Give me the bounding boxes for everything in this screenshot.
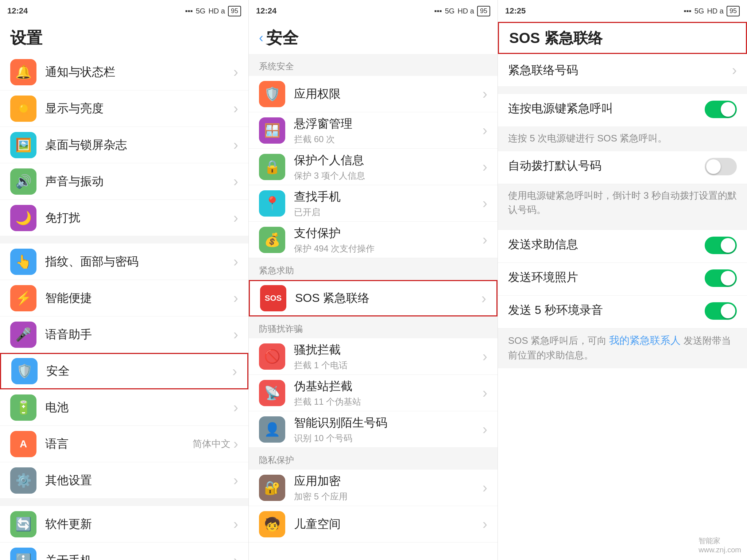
right-item-emergency-number[interactable]: 紧急联络号码 [498,54,747,87]
settings-item-other[interactable]: ⚙️ 其他设置 [0,462,248,499]
auto-dial-knob [706,159,721,174]
emergency-contact-link[interactable]: 我的紧急联系人 [609,335,681,346]
settings-item-biometric[interactable]: 👆 指纹、面部与密码 [0,244,248,280]
auto-dial-toggle[interactable] [705,158,737,175]
power-key-label: 连按电源键紧急呼叫 [508,101,705,117]
hd-right: HD a [707,7,724,15]
auto-dial-label: 自动拨打默认号码 [508,158,705,174]
protect-info-label: 保护个人信息 [294,152,483,168]
smart-label: 智能便捷 [45,290,233,306]
sos-contact-chevron [481,290,486,307]
power-key-knob [721,102,735,117]
mid-item-float-window[interactable]: 🪟 悬浮窗管理 拦截 60 次 [249,112,498,149]
mid-item-harass-block[interactable]: 🚫 骚扰拦截 拦截 1 个电话 [249,338,498,375]
right-item-send-help[interactable]: 发送求助信息 [498,230,747,263]
voice-icon: 🎤 [10,322,36,348]
base-station-icon: 📡 [259,380,285,406]
time-mid: 12:24 [256,6,276,16]
section-system-security: 系统安全 [249,54,498,76]
settings-item-language[interactable]: A 语言 简体中文 [0,426,248,462]
mid-item-app-encrypt[interactable]: 🔐 应用加密 加密 5 个应用 [249,470,498,506]
kids-space-content: 儿童空间 [294,516,483,532]
identify-num-icon: 👤 [259,416,285,443]
mid-item-sos-contact[interactable]: SOS SOS 紧急联络 [249,280,498,316]
right-item-send-audio[interactable]: 发送 5 秒环境录音 [498,296,747,328]
settings-item-smart[interactable]: ⚡ 智能便捷 [0,280,248,316]
settings-item-update[interactable]: 🔄 软件更新 [0,506,248,542]
language-label: 语言 [45,436,193,452]
settings-item-display[interactable]: ☀️ 显示与亮度 [0,90,248,127]
send-audio-content: 发送 5 秒环境录音 [508,302,705,318]
settings-item-sound[interactable]: 🔊 声音与振动 [0,163,248,200]
battery-content: 电池 [45,400,233,416]
identify-num-subtitle: 识别 10 个号码 [294,432,483,444]
base-station-content: 伪基站拦截 拦截 11 个伪基站 [294,378,483,408]
settings-item-dnd[interactable]: 🌙 免打扰 [0,200,248,236]
mid-item-find-phone[interactable]: 📍 查找手机 已开启 [249,185,498,222]
float-window-subtitle: 拦截 60 次 [294,133,483,145]
send-help-toggle[interactable] [705,237,737,254]
protect-info-chevron [483,159,487,175]
status-bar-mid: 12:24 ▪▪▪ 5G HD a 95 [249,0,498,22]
signal-icon-mid: ▪▪▪ [434,7,442,15]
send-photo-toggle[interactable] [705,269,737,287]
separator-1 [0,236,248,244]
mid-item-pay-protect[interactable]: 💰 支付保护 保护 494 次支付操作 [249,222,498,258]
app-perm-icon: 🛡️ [259,81,285,107]
section-anti-fraud: 防骚扰诈骗 [249,316,498,338]
base-station-subtitle: 拦截 11 个伪基站 [294,396,483,408]
settings-item-battery[interactable]: 🔋 电池 [0,389,248,426]
status-right-right: ▪▪▪ 5G HD a 95 [684,6,740,16]
settings-item-about[interactable]: ℹ️ 关于手机 [0,542,248,560]
send-audio-toggle[interactable] [705,302,737,320]
identify-num-label: 智能识别陌生号码 [294,415,483,431]
voice-label: 语音助手 [45,327,233,343]
right-item-auto-dial[interactable]: 自动拨打默认号码 [498,151,747,184]
sound-chevron [233,173,238,190]
settings-item-desktop[interactable]: 🖼️ 桌面与锁屏杂志 [0,127,248,163]
other-label: 其他设置 [45,472,233,489]
time-right: 12:25 [505,6,526,16]
status-right-mid: ▪▪▪ 5G HD a 95 [434,6,490,16]
app-perm-label: 应用权限 [294,86,483,102]
other-content: 其他设置 [45,472,233,489]
settings-item-security[interactable]: 🛡️ 安全 [0,353,248,389]
mid-item-protect-info[interactable]: 🔒 保护个人信息 保护 3 项个人信息 [249,149,498,185]
about-content: 关于手机 [45,553,233,560]
language-content: 语言 [45,436,193,452]
notification-content: 通知与状态栏 [45,64,233,80]
right-item-power-key[interactable]: 连按电源键紧急呼叫 [498,94,747,127]
right-item-send-photo[interactable]: 发送环境照片 [498,263,747,296]
sos-panel-right: 12:25 ▪▪▪ 5G HD a 95 SOS 紧急联络 紧急联络号码 连按电… [498,0,747,560]
auto-dial-desc: 使用电源键紧急呼叫时，倒计时 3 秒自动拨打设置的默认号码。 [498,184,747,223]
update-content: 软件更新 [45,516,233,532]
voice-content: 语音助手 [45,327,233,343]
identify-num-content: 智能识别陌生号码 识别 10 个号码 [294,415,483,444]
security-content: 安全 [46,363,232,379]
settings-item-notification[interactable]: 🔔 通知与状态栏 [0,54,248,90]
mid-item-app-perm[interactable]: 🛡️ 应用权限 [249,76,498,112]
back-button-mid[interactable]: ‹ [259,30,263,46]
mid-item-kids-space[interactable]: 🧒 儿童空间 [249,506,498,542]
dnd-icon: 🌙 [10,205,36,231]
sound-icon: 🔊 [10,168,36,195]
identify-num-chevron [483,421,487,438]
settings-item-voice[interactable]: 🎤 语音助手 [0,316,248,353]
sos-contact-content: SOS 紧急联络 [295,290,481,306]
float-window-label: 悬浮窗管理 [294,116,483,132]
power-key-toggle[interactable] [705,101,737,118]
harass-block-subtitle: 拦截 1 个电话 [294,359,483,371]
float-window-content: 悬浮窗管理 拦截 60 次 [294,116,483,145]
mid-item-identify-num[interactable]: 👤 智能识别陌生号码 识别 10 个号码 [249,411,498,448]
mid-item-base-station[interactable]: 📡 伪基站拦截 拦截 11 个伪基站 [249,375,498,411]
other-icon: ⚙️ [10,467,36,494]
protect-info-content: 保护个人信息 保护 3 项个人信息 [294,152,483,182]
smart-icon: ⚡ [10,285,36,311]
display-chevron [233,100,238,117]
desktop-icon: 🖼️ [10,132,36,158]
find-phone-chevron [483,195,487,211]
language-icon: A [10,431,36,457]
dnd-label: 免打扰 [45,210,233,226]
biometric-chevron [233,253,238,270]
battery-left: 95 [228,6,241,16]
